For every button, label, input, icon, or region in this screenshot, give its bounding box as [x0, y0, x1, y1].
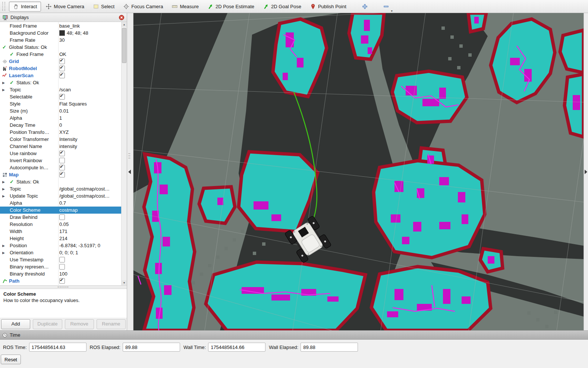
tree-row-robotmodel[interactable]: RobotModel [0, 65, 122, 72]
use-timestamp-checkbox[interactable] [59, 257, 65, 262]
laserscan-checkbox[interactable] [59, 73, 65, 78]
wall-time-input[interactable] [208, 343, 265, 352]
ros-elapsed-input[interactable] [123, 343, 180, 352]
scrollbar-down-icon[interactable]: ▼ [122, 280, 127, 285]
tool-select-button[interactable]: Select [89, 1, 119, 12]
alpha-value[interactable]: 1 [58, 115, 122, 121]
left-splitter[interactable]: •••••• [127, 13, 133, 330]
binary-threshold-value[interactable]: 100 [58, 271, 122, 277]
size-m-value[interactable]: 0.01 [58, 108, 122, 114]
tree-row-orientation[interactable]: ▶Orientation0; 0; 0; 1 [0, 249, 122, 256]
width-value[interactable]: 171 [58, 229, 122, 234]
autocompute-in-checkbox[interactable] [59, 165, 65, 170]
tree-scrollbar[interactable]: ▲ ▼ [121, 22, 127, 285]
position-value[interactable]: -6.8784; -3.5197; 0 [58, 243, 122, 248]
tree-row-size-m[interactable]: Size (m)0.01 [0, 107, 122, 114]
tree-row-grid[interactable]: Grid [0, 58, 122, 65]
tool-minus-button[interactable]: ▾ [381, 1, 392, 12]
wall-elapsed-input[interactable] [301, 343, 358, 352]
time-panel-header[interactable]: Time [0, 331, 588, 340]
toolbar-overflow-icon[interactable]: ▾ [391, 9, 393, 13]
expand-arrow-icon[interactable]: ▶ [2, 180, 10, 184]
alpha-value[interactable]: 0.7 [58, 200, 122, 206]
tree-row-alpha[interactable]: Alpha1 [0, 114, 122, 122]
tree-row-draw-behind[interactable]: Draw Behind [0, 214, 122, 221]
right-splitter[interactable] [584, 13, 588, 330]
topic-value[interactable]: /global_costmap/cost… [58, 186, 122, 192]
position-transfo-value[interactable]: XYZ [58, 129, 122, 135]
collapse-left-icon[interactable] [128, 170, 131, 174]
tool-measure-button[interactable]: Measure [168, 1, 203, 12]
expand-arrow-icon[interactable]: ▶ [2, 81, 10, 85]
tree-row-map[interactable]: Map [0, 171, 122, 178]
color-scheme-value[interactable]: costmap [58, 207, 122, 213]
tree-row-topic[interactable]: ▶Topic/scan [0, 86, 122, 93]
tool-move-camera-button[interactable]: Move Camera [42, 1, 88, 12]
tool-plus-button[interactable] [359, 1, 370, 12]
tree-row-path[interactable]: Path [0, 277, 122, 284]
tool-focus-camera-button[interactable]: Focus Camera [119, 1, 167, 12]
tool-interact-button[interactable]: Interact [9, 1, 41, 12]
tree-row-fixed-frame[interactable]: ✓Fixed FrameOK [0, 51, 122, 58]
tree-row-laserscan[interactable]: LaserScan [0, 72, 122, 79]
ros-time-input[interactable] [29, 343, 87, 352]
tree-row-width[interactable]: Width171 [0, 228, 122, 235]
map-checkbox[interactable] [59, 172, 65, 177]
topic-value[interactable]: /scan [58, 87, 122, 92]
tool-2d-goal-pose-button[interactable]: 2D Goal Pose [259, 1, 305, 12]
costmap-scene[interactable] [133, 13, 584, 330]
tree-row-height[interactable]: Height214 [0, 235, 122, 242]
fixed-frame-value[interactable]: OK [58, 51, 122, 57]
background-color-value[interactable]: 48; 48; 48 [58, 30, 122, 36]
frame-rate-value[interactable]: 30 [58, 37, 122, 43]
tree-row-invert-rainbow[interactable]: Invert Rainbow [0, 157, 122, 164]
decay-time-value[interactable]: 0 [58, 122, 122, 128]
tool-2d-pose-estimate-button[interactable]: 2D Pose Estimate [204, 1, 258, 12]
height-value[interactable]: 214 [58, 236, 122, 241]
tree-row-binary-represen[interactable]: Binary represen… [0, 263, 122, 270]
tree-row-binary-threshold[interactable]: Binary threshold100 [0, 270, 122, 277]
tree-row-decay-time[interactable]: Decay Time0 [0, 122, 122, 129]
displays-panel-header[interactable]: Displays [0, 13, 127, 22]
tree-row-color-scheme[interactable]: Color Schemecostmap [0, 207, 122, 214]
tree-row-frame-rate[interactable]: Frame Rate30 [0, 37, 122, 44]
expand-arrow-icon[interactable]: ▶ [2, 251, 10, 255]
selectable-checkbox[interactable] [59, 94, 65, 100]
scrollbar-up-icon[interactable]: ▲ [122, 22, 127, 27]
tree-row-background-color[interactable]: Background Color48; 48; 48 [0, 29, 122, 37]
tree-row-alpha[interactable]: Alpha0.7 [0, 199, 122, 207]
expand-arrow-icon[interactable]: ▶ [2, 88, 10, 92]
tree-row-status-ok[interactable]: ▶✓Status: Ok [0, 178, 122, 185]
panel-splitter-handle[interactable]: •••••• [0, 285, 127, 289]
tree-row-selectable[interactable]: Selectable [0, 93, 122, 100]
duplicate-button[interactable]: Duplicate [33, 319, 62, 329]
tree-row-position-transfo[interactable]: Position Transfo…XYZ [0, 129, 122, 136]
expand-arrow-icon[interactable]: ▶ [2, 194, 10, 198]
use-rainbow-checkbox[interactable] [59, 151, 65, 156]
collapse-right-icon[interactable] [585, 170, 587, 174]
invert-rainbow-checkbox[interactable] [59, 158, 65, 163]
tree-row-use-timestamp[interactable]: Use Timestamp [0, 256, 122, 263]
binary-represen-checkbox[interactable] [59, 264, 65, 270]
tree-row-channel-name[interactable]: Channel Nameintensity [0, 143, 122, 150]
orientation-value[interactable]: 0; 0; 0; 1 [58, 250, 122, 255]
tree-row-style[interactable]: StyleFlat Squares [0, 100, 122, 107]
draw-behind-checkbox[interactable] [59, 214, 65, 220]
tree-row-status-ok[interactable]: ▶✓Status: Ok [0, 79, 122, 86]
tree-row-update-topic[interactable]: ▶Update Topic/global_costmap/cost… [0, 192, 122, 199]
close-icon[interactable] [119, 15, 125, 21]
color-transformer-value[interactable]: Intensity [58, 136, 122, 142]
grid-checkbox[interactable] [59, 59, 65, 64]
3d-viewport[interactable] [133, 13, 584, 330]
tool-publish-point-button[interactable]: Publish Point [306, 1, 350, 12]
style-value[interactable]: Flat Squares [58, 101, 122, 107]
resolution-value[interactable]: 0.05 [58, 221, 122, 227]
tree-row-autocompute-in[interactable]: Autocompute In… [0, 164, 122, 171]
fixed-frame-value[interactable]: base_link [58, 23, 122, 29]
update-topic-value[interactable]: /global_costmap/cost… [58, 193, 122, 199]
tree-row-color-transformer[interactable]: Color TransformerIntensity [0, 136, 122, 143]
channel-name-value[interactable]: intensity [58, 144, 122, 149]
add-button[interactable]: Add [1, 319, 30, 329]
reset-button[interactable]: Reset [1, 355, 21, 364]
color-swatch[interactable] [59, 30, 65, 36]
